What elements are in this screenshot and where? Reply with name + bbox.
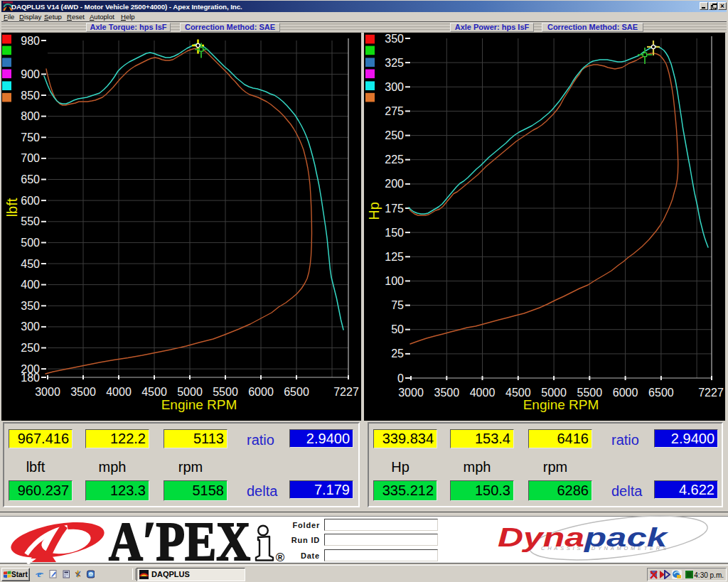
svg-text:3000: 3000 [35, 386, 60, 398]
svg-text:450: 450 [21, 258, 40, 270]
svg-text:900: 900 [21, 68, 40, 80]
svg-text:7227: 7227 [333, 386, 359, 398]
svg-text:650: 650 [21, 173, 40, 185]
svg-text:500: 500 [21, 237, 40, 249]
svg-text:5500: 5500 [213, 386, 238, 398]
svg-text:3500: 3500 [434, 387, 460, 399]
svg-text:4500: 4500 [141, 386, 167, 398]
svg-text:100: 100 [385, 275, 404, 287]
svg-text:25: 25 [391, 347, 404, 360]
svg-text:175: 175 [385, 203, 404, 215]
svg-text:6000: 6000 [613, 387, 638, 399]
svg-text:750: 750 [21, 131, 40, 144]
svg-text:Engine RPM: Engine RPM [523, 397, 599, 412]
svg-text:400: 400 [21, 279, 40, 291]
svg-text:800: 800 [21, 110, 40, 122]
svg-text:300: 300 [385, 81, 404, 93]
svg-text:325: 325 [385, 57, 404, 69]
svg-text:4000: 4000 [470, 387, 496, 399]
svg-text:550: 550 [21, 215, 40, 227]
svg-text:AʹPEX: AʹPEX [109, 510, 250, 572]
svg-text:Hp: Hp [366, 202, 382, 220]
svg-text:600: 600 [21, 195, 40, 207]
svg-text:0: 0 [397, 372, 404, 384]
svg-text:6000: 6000 [248, 386, 274, 398]
svg-text:Engine RPM: Engine RPM [161, 397, 237, 412]
svg-text:850: 850 [21, 90, 40, 102]
svg-text:3000: 3000 [398, 387, 424, 399]
svg-text:6500: 6500 [648, 387, 674, 399]
svg-text:200: 200 [385, 178, 404, 190]
svg-text:125: 125 [385, 251, 404, 263]
svg-text:350: 350 [21, 300, 40, 312]
svg-text:250: 250 [385, 129, 404, 141]
svg-text:350: 350 [385, 33, 404, 45]
svg-text:980: 980 [21, 35, 40, 47]
svg-text:5000: 5000 [177, 386, 203, 398]
svg-text:75: 75 [391, 299, 404, 311]
svg-text:275: 275 [385, 105, 404, 117]
svg-text:50: 50 [391, 323, 404, 335]
svg-text:225: 225 [385, 153, 404, 166]
svg-text:lbft: lbft [4, 198, 20, 217]
svg-text:150: 150 [385, 227, 404, 239]
svg-text:180: 180 [21, 372, 40, 384]
svg-text:4000: 4000 [106, 386, 132, 398]
svg-text:300: 300 [21, 320, 40, 333]
svg-text:7227: 7227 [698, 387, 724, 399]
svg-text:700: 700 [21, 152, 40, 164]
svg-text:250: 250 [21, 342, 40, 354]
svg-text:6500: 6500 [284, 386, 309, 398]
svg-text:3500: 3500 [70, 386, 96, 398]
svg-text:e: e [38, 570, 42, 578]
